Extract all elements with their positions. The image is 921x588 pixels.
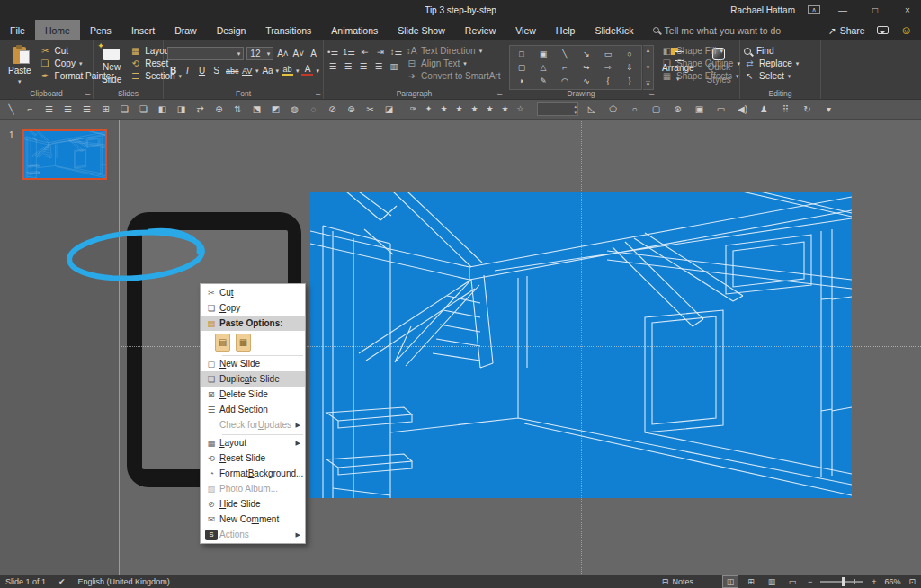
freeform-icon[interactable]: ◺	[586, 99, 597, 120]
shape-icon[interactable]: ⇩	[626, 63, 633, 72]
menu-item-hide-slide[interactable]: ⊘ Hide Slide	[201, 496, 305, 512]
font-name-combo[interactable]: ▾	[167, 47, 244, 60]
alignment-icon[interactable]: ☰	[343, 61, 353, 71]
shape-fill-button[interactable]: ◧ Shape Fill ▾	[661, 46, 740, 56]
shape-icon[interactable]: ∿	[583, 76, 590, 85]
paste-button[interactable]: Paste ▾	[4, 43, 36, 88]
clear-formatting-button[interactable]: A	[308, 49, 319, 58]
shape-icon[interactable]: ↪	[583, 63, 590, 72]
select-button[interactable]: ↖ Select ▾	[744, 71, 799, 81]
slide-sorter-view-icon[interactable]: ⊞	[744, 576, 758, 587]
tab-view[interactable]: View	[505, 20, 546, 40]
ellipse-icon[interactable]: ○	[629, 99, 640, 120]
menu-item-photo-album[interactable]: ▨ Photo Album...	[201, 481, 305, 496]
star-animation-4-icon[interactable]: ★	[484, 99, 496, 120]
paragraph-format-icon[interactable]: ↕☰	[390, 47, 402, 57]
paragraph-format-icon[interactable]: •☰	[327, 47, 338, 57]
align-right-icon[interactable]: ☰	[81, 99, 93, 120]
tab-file[interactable]: File	[0, 20, 35, 40]
slideshow-view-icon[interactable]: ▭	[785, 576, 800, 587]
gallery-more-icon[interactable]: ▼	[646, 81, 651, 87]
menu-item-duplicate-slide[interactable]: ❏ Duplicate Slide	[201, 371, 305, 387]
elbow-connector-icon[interactable]: ⌐	[24, 99, 36, 120]
star-animation-3-icon[interactable]: ★ ·	[469, 99, 480, 120]
tab-review[interactable]: Review	[455, 20, 505, 40]
fit-to-window-icon[interactable]: ⊡	[908, 577, 916, 586]
shape-icon[interactable]: ↘	[583, 49, 590, 58]
align-left-icon[interactable]: ☰	[43, 99, 55, 120]
merge-shapes-icon[interactable]: ◩	[270, 99, 282, 120]
flip-horizontal-icon[interactable]: ⇄	[194, 99, 206, 120]
scroll-down-icon[interactable]: ▼	[646, 65, 651, 70]
tab-design[interactable]: Design	[207, 20, 256, 40]
crop-icon[interactable]: ◪	[383, 99, 395, 120]
text-direction-button[interactable]: ↕A Text Direction ▾	[406, 46, 500, 56]
grow-font-button[interactable]: A˄	[276, 49, 289, 58]
tab-home[interactable]: Home	[35, 20, 80, 40]
shape-icon[interactable]: ◗	[519, 76, 523, 85]
polygon-icon[interactable]: ⬠ ▾	[607, 99, 619, 120]
menu-item-format-background[interactable]: ◔ Format Background...	[201, 466, 305, 481]
shape-icon[interactable]: ▭	[604, 49, 613, 58]
font-size-combo[interactable]: 12▾	[246, 47, 273, 60]
shape-icon[interactable]: ▣	[540, 49, 548, 58]
shape-icon[interactable]: ◠	[561, 76, 568, 85]
shape-icon[interactable]: ✎	[540, 76, 547, 85]
vertical-guide[interactable]	[581, 120, 582, 575]
menu-item-cut[interactable]: ✂ Cut	[201, 285, 305, 300]
font-dialog-launcher[interactable]: ⌙	[315, 90, 321, 98]
menu-item-add-section[interactable]: ☰ Add Section	[201, 402, 305, 417]
alignment-icon[interactable]: ☰	[373, 61, 384, 71]
tab-slide-show[interactable]: Slide Show	[388, 20, 455, 40]
bold-button[interactable]: B	[167, 66, 179, 76]
star-animation-5-icon[interactable]: ★	[499, 99, 511, 120]
shape-icon[interactable]: }	[628, 76, 630, 85]
clipboard-dialog-launcher[interactable]: ⌙	[85, 90, 91, 98]
language-indicator[interactable]: English (United Kingdom)	[78, 577, 170, 586]
menu-item-delete-slide[interactable]: ⊠ Delete Slide	[201, 387, 305, 402]
media-star-icon[interactable]: ▣	[693, 99, 705, 120]
drawing-dialog-launcher[interactable]: ⌙	[648, 90, 655, 98]
animation-painter-icon[interactable]: ✑	[407, 99, 419, 120]
tab-slidekick[interactable]: SlideKick	[585, 20, 643, 40]
strikethrough-button[interactable]: abc	[225, 67, 238, 76]
shape-icon[interactable]: ⌐	[562, 63, 567, 72]
notes-button[interactable]: ⊟ Notes	[662, 577, 693, 586]
people-graph-icon[interactable]: ⊛	[672, 99, 684, 120]
paragraph-dialog-launcher[interactable]: ⌙	[496, 90, 503, 98]
reading-view-icon[interactable]: ▥	[765, 576, 779, 587]
tab-insert[interactable]: Insert	[121, 20, 165, 40]
flip-vertical-icon[interactable]: ⇅	[232, 99, 244, 120]
shrink-font-button[interactable]: A˅	[292, 49, 305, 58]
shape-icon[interactable]: ╲	[562, 49, 567, 58]
no-fill-icon[interactable]: ⊘	[326, 99, 338, 120]
italic-button[interactable]: I	[182, 66, 193, 76]
tab-transitions[interactable]: Transitions	[255, 20, 321, 40]
menu-item-check-for-updates[interactable]: Check for Updates ▶	[201, 417, 305, 432]
zoom-slider[interactable]	[820, 581, 863, 583]
tab-draw[interactable]: Draw	[165, 20, 207, 40]
shapes-gallery[interactable]: □▣╲↘▭○▢△⌐↪⇨⇩◗✎◠∿{}	[509, 45, 642, 90]
paragraph-format-icon[interactable]: ⇥	[375, 47, 386, 57]
star-animation-1-icon[interactable]: ★	[438, 99, 450, 120]
menu-item-new-slide[interactable]: ▢ New Slide	[201, 356, 305, 371]
spellcheck-icon[interactable]: ✔	[58, 577, 66, 586]
cut-tool-icon[interactable]: ✂	[364, 99, 376, 120]
refresh-icon[interactable]: ↻	[801, 99, 813, 120]
share-button[interactable]: ↗ Share	[828, 25, 865, 36]
text-shadow-button[interactable]: S	[210, 66, 222, 76]
new-slide-button[interactable]: New Slide	[97, 43, 126, 88]
rectangle-icon[interactable]: ▢	[650, 99, 662, 120]
send-backward-icon[interactable]: ◨	[175, 99, 187, 120]
group-icon[interactable]: ❏	[119, 99, 130, 120]
menu-item-reset-slide[interactable]: ⟲ Reset Slide	[201, 450, 305, 466]
alignment-icon[interactable]: ☰	[358, 61, 369, 71]
alignment-icon[interactable]: ▥	[389, 61, 399, 71]
tell-me-search[interactable]: Tell me what you want to do	[653, 20, 782, 40]
shape-icon[interactable]: △	[541, 63, 547, 72]
replace-button[interactable]: ⇄ Replace ▾	[744, 58, 799, 68]
shape-icon[interactable]: □	[519, 49, 523, 58]
more-icon[interactable]: ▾	[823, 99, 835, 120]
person-icon[interactable]: ♟	[758, 99, 770, 120]
change-case-button[interactable]: Aa	[261, 66, 273, 76]
